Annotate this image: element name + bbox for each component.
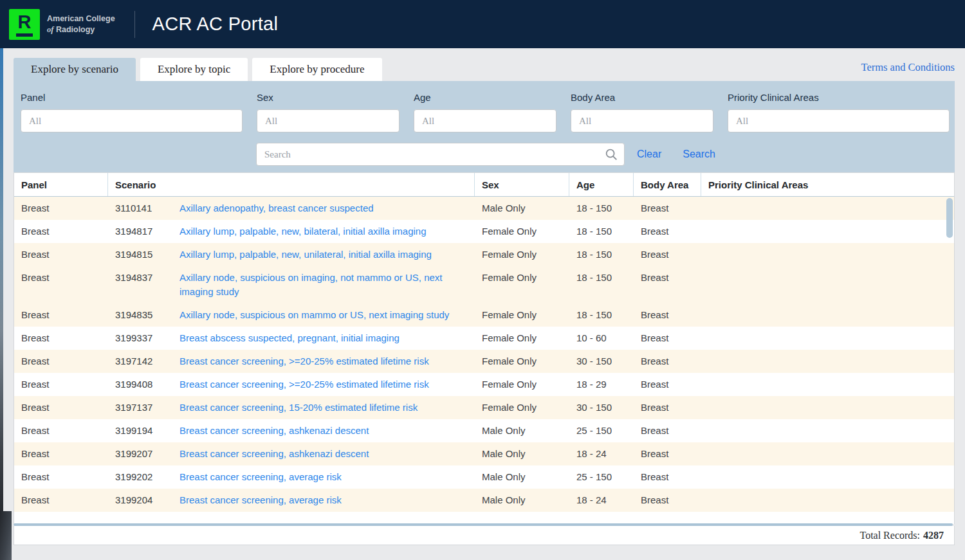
cell-age: 30 - 150 (569, 396, 634, 419)
cell-panel: Breast (14, 489, 108, 512)
filter-priority-clinical-areas-field: Priority Clinical Areas (728, 92, 950, 132)
cell-scenario: 3194835 Axillary node, suspicious on mam… (108, 303, 475, 327)
cell-age: 25 - 150 (569, 465, 634, 489)
cell-scenario: 3199207 Breast cancer screening, ashkena… (108, 442, 475, 465)
body-area-filter-label: Body Area (571, 92, 713, 103)
scenario-link[interactable]: Breast abscess suspected, pregnant, init… (179, 331, 400, 345)
priority-clinical-areas-filter-label: Priority Clinical Areas (728, 92, 950, 103)
scenario-link[interactable]: Breast cancer screening, ashkenazi desce… (179, 447, 369, 461)
app-header: R American College of Radiology ACR AC P… (0, 0, 965, 48)
cell-age: 18 - 150 (569, 220, 634, 243)
priority-clinical-areas-filter-input[interactable] (728, 109, 950, 132)
scenario-link[interactable]: Breast cancer screening, 15-20% estimate… (179, 401, 418, 415)
table-row: Breast 3199408 Breast cancer screening, … (14, 373, 954, 396)
age-filter-label: Age (414, 92, 556, 103)
vertical-scrollbar[interactable] (946, 198, 953, 523)
terms-and-conditions-link[interactable]: Terms and Conditions (861, 61, 955, 74)
cell-body-area: Breast (634, 350, 701, 373)
cell-scenario: 3110141 Axillary adenopathy, breast canc… (108, 197, 475, 220)
cell-body-area: Breast (634, 327, 701, 350)
total-records-label: Total Records: (859, 530, 920, 541)
vertical-scrollbar-thumb[interactable] (946, 198, 953, 238)
scenario-id: 3199194 (115, 424, 179, 438)
body-area-filter-input[interactable] (571, 109, 713, 132)
scenario-link[interactable]: Breast cancer screening, >=20-25% estima… (179, 377, 429, 392)
cell-body-area: Breast (634, 465, 701, 489)
cell-body-area: Breast (634, 266, 701, 303)
acr-ac-portal-window: R American College of Radiology ACR AC P… (0, 0, 965, 560)
explore-tabs: Explore by scenario Explore by topic Exp… (14, 58, 382, 81)
header-divider (134, 11, 135, 38)
cell-panel: Breast (14, 465, 108, 489)
table-row: Breast 3194817 Axillary lump, palpable, … (14, 220, 954, 243)
scenario-link[interactable]: Axillary node, suspicious on imaging, no… (179, 271, 469, 299)
scenario-id: 3199337 (115, 331, 179, 345)
age-filter-input[interactable] (414, 109, 556, 132)
tab-explore-by-procedure[interactable]: Explore by procedure (252, 58, 381, 81)
panel-filter-input[interactable] (21, 109, 243, 132)
tab-explore-by-scenario[interactable]: Explore by scenario (14, 58, 136, 81)
cell-sex: Female Only (475, 303, 569, 327)
cell-scenario: 3199202 Breast cancer screening, average… (108, 465, 475, 489)
cell-sex: Female Only (475, 327, 569, 350)
cell-age: 10 - 60 (569, 327, 634, 350)
acr-logo-letter: R (18, 13, 32, 32)
cell-priority-clinical-areas (701, 489, 954, 512)
scenario-link[interactable]: Axillary lump, palpable, new, unilateral… (179, 248, 432, 262)
scenario-id: 3199202 (115, 470, 179, 484)
cell-priority-clinical-areas (701, 266, 954, 303)
cell-sex: Male Only (475, 419, 569, 442)
cell-sex: Male Only (475, 442, 569, 465)
cell-priority-clinical-areas (701, 327, 954, 350)
table-row: Breast 3197137 Breast cancer screening, … (14, 396, 954, 419)
table-row: Breast 3199194 Breast cancer screening, … (14, 419, 954, 442)
cell-panel: Breast (14, 419, 108, 442)
desktop-edge-strip (0, 48, 3, 560)
scenario-id: 3194817 (115, 224, 179, 239)
cell-body-area: Breast (634, 197, 701, 220)
column-header-age: Age (569, 173, 634, 196)
sex-filter-label: Sex (257, 92, 400, 103)
scenario-link[interactable]: Breast cancer screening, average risk (179, 470, 342, 484)
table-row: Breast 3194835 Axillary node, suspicious… (14, 303, 954, 327)
search-input[interactable] (256, 143, 625, 166)
sex-filter-input[interactable] (257, 109, 400, 132)
scenario-id: 3194835 (115, 308, 179, 322)
page-title: ACR AC Portal (152, 14, 279, 35)
cell-body-area: Breast (634, 442, 701, 465)
cell-scenario: 3199194 Breast cancer screening, ashkena… (108, 419, 475, 442)
scenario-id: 3197142 (115, 354, 179, 368)
cell-body-area: Breast (634, 373, 701, 396)
clear-button[interactable]: Clear (637, 149, 661, 160)
scenario-link[interactable]: Axillary lump, palpable, new, bilateral,… (179, 224, 427, 239)
cell-age: 18 - 24 (569, 442, 634, 465)
cell-age: 18 - 29 (569, 373, 634, 396)
desktop-edge-corner (0, 511, 12, 560)
scenario-link[interactable]: Breast cancer screening, >=20-25% estima… (179, 354, 429, 368)
cell-scenario: 3194817 Axillary lump, palpable, new, bi… (108, 220, 475, 243)
search-icon[interactable] (604, 147, 618, 161)
column-header-panel: Panel (14, 173, 108, 196)
cell-priority-clinical-areas (701, 396, 954, 419)
search-button[interactable]: Search (683, 149, 715, 160)
cell-sex: Female Only (475, 396, 569, 419)
filter-body-area-field: Body Area (571, 92, 713, 132)
filter-panel: Panel Sex Age Body Area Priority Clinica… (14, 81, 955, 172)
cell-panel: Breast (14, 327, 108, 350)
scenario-id: 3197137 (115, 401, 179, 415)
scenario-id: 3199408 (115, 377, 179, 392)
table-row: Breast 3199337 Breast abscess suspected,… (14, 327, 954, 350)
scenario-link[interactable]: Breast cancer screening, ashkenazi desce… (179, 424, 369, 438)
cell-sex: Female Only (475, 266, 569, 303)
scenario-link[interactable]: Breast cancer screening, average risk (179, 493, 342, 507)
cell-scenario: 3199337 Breast abscess suspected, pregna… (108, 327, 475, 350)
cell-priority-clinical-areas (701, 243, 954, 266)
scenario-link[interactable]: Axillary adenopathy, breast cancer suspe… (179, 201, 374, 215)
column-header-scenario: Scenario (108, 173, 475, 196)
brand-text: American College of Radiology (47, 14, 115, 35)
scenario-link[interactable]: Axillary node, suspicious on mammo or US… (179, 308, 449, 322)
cell-scenario: 3197137 Breast cancer screening, 15-20% … (108, 396, 475, 419)
tab-explore-by-topic[interactable]: Explore by topic (140, 58, 248, 81)
column-header-body-area: Body Area (634, 173, 701, 196)
cell-age: 18 - 24 (569, 489, 634, 512)
